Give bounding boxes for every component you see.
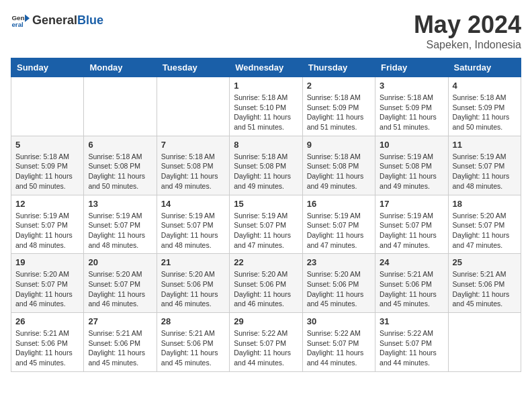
calendar-day-cell: 16Sunrise: 5:19 AM Sunset: 5:07 PM Dayli…: [302, 195, 375, 254]
day-number: 5: [15, 140, 79, 150]
day-of-week-header: Tuesday: [157, 58, 229, 77]
calendar-day-cell: 24Sunrise: 5:21 AM Sunset: 5:06 PM Dayli…: [375, 254, 448, 313]
day-info: Sunrise: 5:18 AM Sunset: 5:09 PM Dayligh…: [453, 93, 517, 132]
day-number: 14: [161, 199, 225, 209]
calendar-day-cell: 12Sunrise: 5:19 AM Sunset: 5:07 PM Dayli…: [11, 195, 84, 254]
day-number: 15: [234, 199, 298, 209]
calendar-day-cell: 4Sunrise: 5:18 AM Sunset: 5:09 PM Daylig…: [448, 77, 521, 136]
calendar-day-cell: 15Sunrise: 5:19 AM Sunset: 5:07 PM Dayli…: [230, 195, 302, 254]
day-info: Sunrise: 5:22 AM Sunset: 5:07 PM Dayligh…: [234, 328, 298, 368]
day-number: 1: [234, 81, 298, 91]
day-info: Sunrise: 5:18 AM Sunset: 5:08 PM Dayligh…: [88, 152, 152, 191]
calendar-body: 1Sunrise: 5:18 AM Sunset: 5:10 PM Daylig…: [11, 77, 521, 372]
day-number: 25: [453, 257, 517, 267]
day-of-week-header: Saturday: [448, 58, 521, 77]
day-info: Sunrise: 5:18 AM Sunset: 5:08 PM Dayligh…: [234, 152, 298, 191]
day-of-week-header: Sunday: [11, 58, 84, 77]
calendar-day-cell: 27Sunrise: 5:21 AM Sunset: 5:06 PM Dayli…: [84, 313, 157, 372]
day-of-week-header: Thursday: [302, 58, 375, 77]
calendar-day-cell: 22Sunrise: 5:20 AM Sunset: 5:06 PM Dayli…: [230, 254, 302, 313]
day-number: 3: [380, 81, 443, 91]
calendar-week-row: 26Sunrise: 5:21 AM Sunset: 5:06 PM Dayli…: [11, 313, 521, 372]
calendar-day-cell: 6Sunrise: 5:18 AM Sunset: 5:08 PM Daylig…: [84, 136, 157, 195]
calendar-week-row: 19Sunrise: 5:20 AM Sunset: 5:07 PM Dayli…: [11, 254, 521, 313]
calendar-day-cell: 19Sunrise: 5:20 AM Sunset: 5:07 PM Dayli…: [11, 254, 84, 313]
calendar-week-row: 12Sunrise: 5:19 AM Sunset: 5:07 PM Dayli…: [11, 195, 521, 254]
day-number: 10: [380, 140, 443, 150]
calendar-day-cell: 7Sunrise: 5:18 AM Sunset: 5:08 PM Daylig…: [157, 136, 229, 195]
day-info: Sunrise: 5:19 AM Sunset: 5:07 PM Dayligh…: [453, 152, 517, 191]
day-info: Sunrise: 5:20 AM Sunset: 5:07 PM Dayligh…: [88, 269, 152, 309]
day-of-week-header: Wednesday: [230, 58, 302, 77]
day-of-week-header: Friday: [375, 58, 448, 77]
day-info: Sunrise: 5:18 AM Sunset: 5:10 PM Dayligh…: [234, 93, 298, 132]
day-info: Sunrise: 5:19 AM Sunset: 5:07 PM Dayligh…: [307, 211, 371, 250]
calendar-day-cell: [448, 313, 521, 372]
svg-marker-2: [25, 15, 30, 22]
day-number: 31: [380, 316, 443, 326]
calendar-day-cell: 11Sunrise: 5:19 AM Sunset: 5:07 PM Dayli…: [448, 136, 521, 195]
logo: Gen eral GeneralBlue: [11, 11, 103, 30]
day-number: 20: [88, 257, 152, 267]
calendar-day-cell: 10Sunrise: 5:19 AM Sunset: 5:08 PM Dayli…: [375, 136, 448, 195]
day-number: 24: [380, 257, 443, 267]
calendar-day-cell: 1Sunrise: 5:18 AM Sunset: 5:10 PM Daylig…: [230, 77, 302, 136]
day-info: Sunrise: 5:20 AM Sunset: 5:06 PM Dayligh…: [234, 269, 298, 309]
day-info: Sunrise: 5:20 AM Sunset: 5:06 PM Dayligh…: [161, 269, 225, 309]
day-info: Sunrise: 5:22 AM Sunset: 5:07 PM Dayligh…: [307, 328, 371, 368]
calendar-week-row: 1Sunrise: 5:18 AM Sunset: 5:10 PM Daylig…: [11, 77, 521, 136]
day-number: 29: [234, 316, 298, 326]
day-number: 12: [15, 199, 79, 209]
svg-text:eral: eral: [11, 21, 24, 28]
day-info: Sunrise: 5:21 AM Sunset: 5:06 PM Dayligh…: [88, 328, 152, 368]
calendar-day-cell: [157, 77, 229, 136]
day-info: Sunrise: 5:20 AM Sunset: 5:07 PM Dayligh…: [15, 269, 79, 309]
calendar-day-cell: 20Sunrise: 5:20 AM Sunset: 5:07 PM Dayli…: [84, 254, 157, 313]
calendar-day-cell: [84, 77, 157, 136]
title-block: May 2024 Sapeken, Indonesia: [414, 11, 521, 51]
day-info: Sunrise: 5:18 AM Sunset: 5:08 PM Dayligh…: [161, 152, 225, 191]
day-number: 2: [307, 81, 371, 91]
day-number: 19: [15, 257, 79, 267]
day-number: 11: [453, 140, 517, 150]
calendar-day-cell: 30Sunrise: 5:22 AM Sunset: 5:07 PM Dayli…: [302, 313, 375, 372]
day-number: 8: [234, 140, 298, 150]
day-info: Sunrise: 5:18 AM Sunset: 5:09 PM Dayligh…: [380, 93, 443, 132]
month-title: May 2024: [414, 11, 521, 39]
calendar-day-cell: 18Sunrise: 5:20 AM Sunset: 5:07 PM Dayli…: [448, 195, 521, 254]
day-info: Sunrise: 5:19 AM Sunset: 5:08 PM Dayligh…: [380, 152, 443, 191]
day-number: 17: [380, 199, 443, 209]
day-number: 23: [307, 257, 371, 267]
day-info: Sunrise: 5:19 AM Sunset: 5:07 PM Dayligh…: [161, 211, 225, 250]
day-number: 30: [307, 316, 371, 326]
day-info: Sunrise: 5:19 AM Sunset: 5:07 PM Dayligh…: [88, 211, 152, 250]
day-info: Sunrise: 5:19 AM Sunset: 5:07 PM Dayligh…: [234, 211, 298, 250]
day-info: Sunrise: 5:18 AM Sunset: 5:09 PM Dayligh…: [307, 93, 371, 132]
day-number: 18: [453, 199, 517, 209]
page-header: Gen eral GeneralBlue May 2024 Sapeken, I…: [11, 11, 521, 51]
logo-blue-text: Blue: [77, 13, 103, 27]
day-number: 6: [88, 140, 152, 150]
day-info: Sunrise: 5:21 AM Sunset: 5:06 PM Dayligh…: [161, 328, 225, 368]
calendar-day-cell: 29Sunrise: 5:22 AM Sunset: 5:07 PM Dayli…: [230, 313, 302, 372]
calendar-day-cell: [11, 77, 84, 136]
day-info: Sunrise: 5:20 AM Sunset: 5:07 PM Dayligh…: [453, 211, 517, 250]
calendar-day-cell: 31Sunrise: 5:22 AM Sunset: 5:07 PM Dayli…: [375, 313, 448, 372]
day-number: 22: [234, 257, 298, 267]
calendar-day-cell: 13Sunrise: 5:19 AM Sunset: 5:07 PM Dayli…: [84, 195, 157, 254]
calendar-day-cell: 9Sunrise: 5:18 AM Sunset: 5:08 PM Daylig…: [302, 136, 375, 195]
day-info: Sunrise: 5:18 AM Sunset: 5:08 PM Dayligh…: [307, 152, 371, 191]
day-number: 13: [88, 199, 152, 209]
day-number: 26: [15, 316, 79, 326]
day-number: 7: [161, 140, 225, 150]
day-number: 21: [161, 257, 225, 267]
calendar-day-cell: 26Sunrise: 5:21 AM Sunset: 5:06 PM Dayli…: [11, 313, 84, 372]
day-info: Sunrise: 5:21 AM Sunset: 5:06 PM Dayligh…: [15, 328, 79, 368]
calendar-day-cell: 8Sunrise: 5:18 AM Sunset: 5:08 PM Daylig…: [230, 136, 302, 195]
day-info: Sunrise: 5:18 AM Sunset: 5:09 PM Dayligh…: [15, 152, 79, 191]
calendar-day-cell: 21Sunrise: 5:20 AM Sunset: 5:06 PM Dayli…: [157, 254, 229, 313]
calendar-header-row: SundayMondayTuesdayWednesdayThursdayFrid…: [11, 58, 521, 77]
calendar-week-row: 5Sunrise: 5:18 AM Sunset: 5:09 PM Daylig…: [11, 136, 521, 195]
general-blue-icon: Gen eral: [11, 11, 30, 30]
calendar-day-cell: 5Sunrise: 5:18 AM Sunset: 5:09 PM Daylig…: [11, 136, 84, 195]
